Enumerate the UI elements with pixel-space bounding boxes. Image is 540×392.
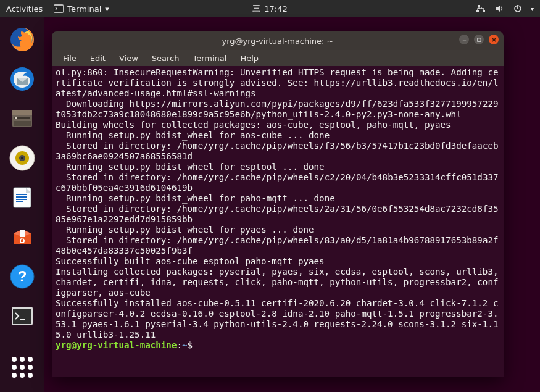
svg-rect-3	[476, 10, 479, 12]
apps-grid-icon	[12, 357, 33, 378]
dock-item-thunderbird[interactable]	[6, 63, 38, 95]
focused-app-menu[interactable]: Terminal ▾	[54, 4, 109, 14]
svg-rect-25	[20, 230, 25, 237]
chevron-down-icon[interactable]: ▾	[531, 6, 534, 12]
svg-rect-1	[54, 6, 63, 12]
menu-file[interactable]: File	[57, 52, 83, 65]
ubuntu-dock: ?	[0, 17, 44, 392]
svg-rect-4	[483, 10, 485, 12]
prompt-path: ~	[182, 340, 188, 350]
svg-rect-21	[16, 194, 27, 195]
menu-search[interactable]: Search	[146, 52, 186, 65]
menu-edit[interactable]: Edit	[84, 52, 112, 65]
network-icon[interactable]	[476, 4, 486, 13]
svg-point-19	[21, 157, 23, 159]
menu-terminal[interactable]: Terminal	[186, 52, 233, 65]
dock-item-rhythmbox[interactable]	[6, 142, 38, 174]
svg-rect-24	[16, 201, 23, 202]
prompt-user-host: yrg@yrg-virtual-machine	[56, 340, 177, 350]
clock-time: 17:42	[264, 4, 287, 14]
dock-item-software[interactable]	[6, 221, 38, 253]
window-close-button[interactable]	[489, 35, 499, 44]
terminal-output: ol.py:860: InsecureRequestWarning: Unver…	[56, 67, 504, 340]
clock[interactable]: 三 17:42	[252, 3, 287, 14]
window-titlebar[interactable]: yrg@yrg-virtual-machine: ~	[52, 31, 504, 50]
terminal-menubar: File Edit View Search Terminal Help	[52, 50, 504, 66]
svg-rect-10	[12, 110, 32, 115]
svg-text:?: ?	[18, 268, 27, 285]
terminal-content[interactable]: ol.py:860: InsecureRequestWarning: Unver…	[52, 66, 504, 377]
svg-rect-22	[16, 196, 27, 198]
dock-item-firefox[interactable]	[6, 23, 38, 56]
chevron-down-icon: ▾	[105, 4, 109, 14]
svg-rect-34	[477, 38, 480, 41]
svg-rect-31	[13, 309, 31, 324]
clock-icon-zh: 三	[252, 3, 260, 14]
dock-item-files[interactable]	[6, 102, 38, 135]
svg-rect-23	[16, 199, 27, 200]
power-icon[interactable]	[513, 4, 522, 13]
terminal-window: yrg@yrg-virtual-machine: ~ File Edit Vie…	[52, 31, 504, 377]
prompt-dollar: $	[188, 340, 193, 350]
show-applications-button[interactable]	[6, 351, 38, 383]
menu-help[interactable]: Help	[234, 52, 265, 65]
focused-app-label: Terminal	[67, 4, 101, 14]
window-title: yrg@yrg-virtual-machine: ~	[222, 36, 334, 46]
activities-button[interactable]: Activities	[6, 4, 43, 14]
window-minimize-button[interactable]	[459, 35, 469, 44]
terminal-small-icon	[54, 4, 64, 13]
dock-item-terminal[interactable]	[6, 300, 38, 332]
dock-item-help[interactable]: ?	[6, 261, 38, 293]
prompt-sep: :	[177, 340, 182, 350]
menu-view[interactable]: View	[113, 52, 144, 65]
volume-icon[interactable]	[495, 4, 505, 13]
svg-rect-12	[15, 117, 17, 119]
prompt-cursor	[193, 340, 198, 350]
svg-rect-13	[14, 121, 31, 126]
window-maximize-button[interactable]	[474, 35, 484, 44]
gnome-topbar: Activities Terminal ▾ 三 17:42 ▾	[0, 0, 540, 17]
dock-item-writer[interactable]	[6, 181, 38, 214]
svg-rect-2	[478, 5, 480, 7]
desktop-area: yrg@yrg-virtual-machine: ~ File Edit Vie…	[44, 17, 540, 392]
